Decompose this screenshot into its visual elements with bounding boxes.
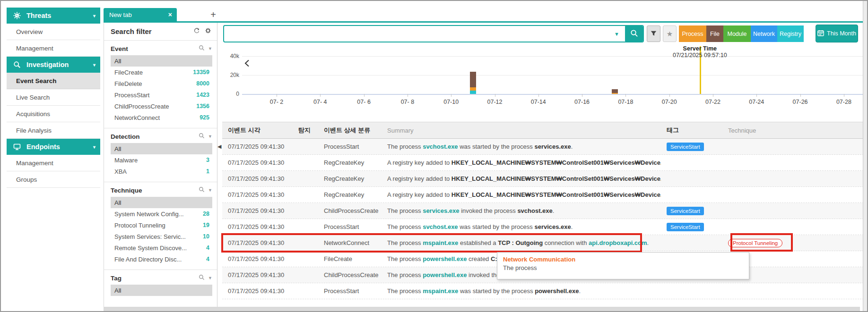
filter-option-all[interactable]: All [111, 143, 212, 154]
filter-option-file-and-directory-disc-[interactable]: File And Directory Disc...4 [111, 253, 212, 265]
filter-option-system-services-servic-[interactable]: System Services: Servic...10 [111, 231, 212, 242]
vertical-scrollbar[interactable] [863, 1, 867, 311]
chart-x-tickmark [625, 94, 626, 97]
chart-bar-07-11[interactable] [470, 72, 476, 94]
cell-event-time: 07/17/2025 09:41:30 [222, 223, 293, 230]
cell-summary: The process svchost.exe was started by t… [382, 143, 661, 150]
search-icon[interactable] [199, 132, 205, 141]
chart-x-tickmark [451, 94, 451, 97]
chart-x-tick: 07-12 [481, 99, 509, 105]
tag-badge-servicestart[interactable]: ServiceStart [667, 223, 704, 231]
sidebar-section-endpoints[interactable]: Endpoints▾ [7, 139, 100, 155]
event-timeline-chart[interactable]: 40k20k007- 207- 407- 607- 807-1007-1207-… [218, 43, 866, 110]
filter-option-label: Remote System Discove... [114, 245, 187, 252]
cell-event-time: 07/17/2025 09:41:30 [222, 207, 293, 214]
search-dropdown-caret[interactable]: ▼ [608, 31, 625, 37]
chart-x-tickmark [364, 94, 365, 97]
table-row[interactable]: 07/17/2025 09:41:30RegCreateKeyA registr… [222, 187, 866, 203]
sidebar-item-overview[interactable]: Overview [7, 24, 100, 40]
this-month-button[interactable]: This Month [816, 25, 858, 42]
star-icon: ★ [667, 30, 673, 38]
filter-option-malware[interactable]: Malware3 [111, 154, 212, 166]
filter-option-networkconnect[interactable]: NetworkConnect925 [111, 112, 212, 123]
filter-option-all[interactable]: All [111, 55, 212, 67]
chevron-down-icon[interactable]: ▼ [208, 276, 212, 280]
filter-option-system-network-config-[interactable]: System Network Config...28 [111, 208, 212, 219]
filter-section-event: Event▼AllFileCreate13359FileDelete8000Pr… [104, 41, 217, 124]
filter-option-label: ProcessStart [114, 92, 149, 99]
table-row[interactable]: 07/17/2025 09:41:30NetworkConnectThe pro… [222, 235, 866, 251]
sidebar-item-acquisitions[interactable]: Acquisitions [7, 106, 100, 122]
chevron-down-icon[interactable]: ▼ [208, 134, 212, 139]
chart-x-tick: 07-10 [437, 99, 465, 105]
category-button-registry[interactable]: Registry [777, 25, 804, 42]
search-input[interactable] [224, 26, 608, 42]
tag-badge-servicestart[interactable]: ServiceStart [667, 143, 704, 151]
panel-collapse-handle[interactable]: ◀ [217, 143, 221, 150]
gear-icon[interactable] [205, 27, 211, 35]
table-row[interactable]: 07/17/2025 09:41:30ProcessStartThe proce… [222, 139, 866, 155]
cell-event-time: 07/17/2025 09:41:30 [222, 287, 293, 295]
table-row[interactable]: 07/17/2025 09:41:30RegCreateKeyA registr… [222, 171, 866, 187]
threats-icon [13, 12, 23, 19]
refresh-icon[interactable] [193, 27, 200, 35]
table-row[interactable]: 07/17/2025 09:41:30ProcessStartThe proce… [222, 283, 866, 299]
chevron-down-icon: ▾ [93, 62, 95, 67]
sidebar-section-investigation[interactable]: Investigation▾ [7, 57, 100, 73]
category-button-network[interactable]: Network [751, 25, 777, 42]
filter-option-label: Protocol Tunneling [114, 222, 165, 229]
sidebar-section-threats[interactable]: Threats▾ [7, 8, 100, 24]
chevron-down-icon[interactable]: ▼ [208, 46, 212, 51]
category-button-module[interactable]: Module [723, 25, 751, 42]
filter-funnel-button[interactable] [647, 25, 660, 42]
table-row[interactable]: 07/17/2025 09:41:30RegCreateKeyA registr… [222, 155, 866, 171]
tag-badge-servicestart[interactable]: ServiceStart [667, 207, 704, 215]
sidebar-item-event-search[interactable]: Event Search [7, 73, 100, 89]
favorite-star-button[interactable]: ★ [663, 25, 677, 42]
filter-option-all[interactable]: All [111, 285, 212, 296]
category-button-process[interactable]: Process [679, 25, 706, 42]
chart-y-tick: 0 [221, 91, 239, 97]
filter-option-protocol-tunneling[interactable]: Protocol Tunneling19 [111, 219, 212, 231]
sidebar-item-file-analysis[interactable]: File Analysis [7, 122, 100, 139]
server-time-title: Server Time [652, 45, 747, 52]
chart-x-tickmark [669, 94, 670, 97]
sidebar-item-live-search[interactable]: Live Search [7, 89, 100, 106]
table-row[interactable]: 07/17/2025 09:41:30ProcessStartThe proce… [222, 219, 866, 235]
filter-section-header: Detection▼ [111, 132, 212, 141]
technique-chip-protocol-tunneling[interactable]: Protocol Tunneling [728, 239, 782, 247]
category-button-file[interactable]: File [706, 25, 723, 42]
cell-summary: A registry key added to HKEY_LOCAL_MACHI… [382, 175, 661, 182]
cell-tag: ServiceStart [661, 223, 722, 231]
filter-option-filedelete[interactable]: FileDelete8000 [111, 78, 212, 89]
cell-summary: The process svchost.exe was started by t… [382, 223, 661, 230]
horizontal-scrollbar[interactable] [104, 307, 860, 312]
chart-bar-07-17[interactable] [612, 89, 618, 94]
chart-scroll-left-icon[interactable] [244, 59, 250, 69]
chevron-down-icon[interactable]: ▼ [208, 188, 212, 193]
tab-new-tab[interactable]: New tab × [104, 8, 177, 21]
search-button[interactable] [625, 26, 643, 42]
filter-option-childprocesscreate[interactable]: ChildProcessCreate1356 [111, 101, 212, 112]
search-icon[interactable] [199, 274, 205, 282]
filter-option-label: NetworkConnect [114, 114, 160, 121]
sidebar-item-groups[interactable]: Groups [7, 171, 100, 188]
sidebar-item-management[interactable]: Management [7, 40, 100, 57]
sidebar-item-label: Groups [16, 176, 37, 183]
filter-option-label: XBA [114, 168, 127, 175]
tab-close-icon[interactable]: × [168, 11, 172, 18]
filter-option-filecreate[interactable]: FileCreate13359 [111, 67, 212, 78]
table-row[interactable]: 07/17/2025 09:41:30ChildProcessCreateThe… [222, 203, 866, 219]
search-icon[interactable] [199, 186, 205, 194]
cell-event-type: RegCreateKey [318, 159, 382, 166]
filter-option-xba[interactable]: XBA1 [111, 166, 212, 177]
filter-option-label: ChildProcessCreate [114, 103, 169, 110]
filter-option-remote-system-discove-[interactable]: Remote System Discove...4 [111, 242, 212, 253]
search-icon[interactable] [199, 44, 205, 53]
sidebar-item-management[interactable]: Management [7, 155, 100, 171]
tab-add-button[interactable]: + [208, 9, 218, 20]
chart-x-tick: 07-16 [568, 99, 596, 105]
column-header-태그: 태그 [661, 126, 722, 135]
filter-option-processstart[interactable]: ProcessStart1423 [111, 89, 212, 101]
filter-option-all[interactable]: All [111, 197, 212, 208]
